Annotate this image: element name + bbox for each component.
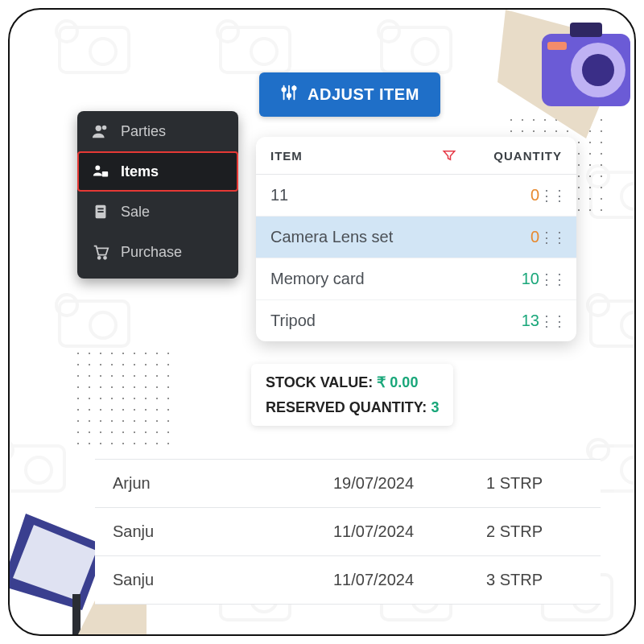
transaction-row[interactable]: Sanju11/07/20242 STRP (95, 508, 601, 556)
drag-handle-icon[interactable] (539, 312, 562, 330)
svg-rect-23 (97, 211, 103, 213)
drag-handle-icon[interactable] (539, 270, 562, 288)
cart-icon (92, 243, 109, 261)
txn-qty: 3 STRP (486, 571, 583, 589)
stock-value: ₹ 0.00 (377, 374, 418, 390)
svg-point-16 (292, 86, 295, 89)
svg-rect-5 (570, 23, 602, 37)
item-row[interactable]: Tripod13 (256, 300, 576, 341)
svg-rect-8 (72, 594, 80, 636)
item-name: Memory card (270, 270, 483, 288)
svg-point-18 (102, 126, 106, 130)
txn-name: Sanju (113, 522, 333, 541)
dot-grid (72, 348, 169, 444)
item-name: Camera Lens set (270, 228, 483, 246)
sidebar: Parties Items Sale Purchase (77, 111, 238, 279)
svg-rect-22 (97, 208, 103, 209)
svg-point-2 (571, 43, 625, 97)
item-row[interactable]: 110 (256, 175, 576, 217)
camera-decoration-icon (497, 8, 636, 147)
item-qty: 0 (483, 228, 539, 246)
drag-handle-icon[interactable] (539, 187, 562, 204)
item-qty: 0 (483, 186, 539, 204)
txn-qty: 2 STRP (486, 522, 583, 541)
items-header: ITEM QUANTITY (256, 137, 576, 175)
stock-summary: STOCK VALUE: ₹ 0.00 RESERVED QUANTITY: 3 (251, 364, 453, 426)
drag-handle-icon[interactable] (539, 229, 562, 246)
txn-date: 11/07/2024 (333, 522, 486, 541)
svg-marker-0 (497, 10, 626, 138)
svg-rect-1 (542, 34, 630, 106)
svg-point-19 (95, 165, 100, 170)
svg-marker-7 (13, 525, 97, 601)
reserved-qty-label: RESERVED QUANTITY: (266, 399, 427, 415)
svg-rect-4 (547, 42, 567, 50)
items-panel: ITEM QUANTITY 110Camera Lens set0Memory … (256, 137, 576, 341)
item-row[interactable]: Camera Lens set0 (256, 217, 576, 258)
txn-name: Sanju (113, 571, 333, 589)
filter-icon[interactable] (433, 148, 465, 163)
reserved-qty-value: 3 (431, 399, 439, 415)
sidebar-item-items[interactable]: Items (77, 151, 238, 192)
users-icon (92, 122, 109, 140)
sliders-icon (280, 84, 298, 105)
txn-name: Arjun (113, 474, 333, 493)
sidebar-item-label: Parties (121, 123, 166, 140)
column-header-item: ITEM (270, 149, 433, 163)
transaction-row[interactable]: Sanju11/07/20243 STRP (95, 556, 601, 605)
item-qty: 13 (483, 312, 539, 330)
item-name: Tripod (270, 312, 483, 330)
sidebar-item-purchase[interactable]: Purchase (77, 232, 238, 272)
txn-date: 11/07/2024 (333, 571, 486, 589)
adjust-item-label: ADJUST ITEM (308, 85, 419, 104)
svg-point-24 (98, 257, 101, 259)
svg-point-12 (282, 88, 285, 91)
package-icon (92, 163, 109, 180)
transaction-row[interactable]: Arjun19/07/20241 STRP (95, 459, 601, 508)
svg-point-17 (96, 126, 101, 131)
receipt-icon (92, 203, 109, 221)
txn-date: 19/07/2024 (333, 474, 486, 493)
svg-point-25 (104, 257, 106, 259)
app-card: ADJUST ITEM Parties Items Sale Purchase (8, 8, 636, 636)
item-qty: 10 (483, 270, 539, 288)
column-header-quantity: QUANTITY (465, 149, 562, 163)
txn-qty: 1 STRP (486, 474, 583, 493)
svg-point-14 (287, 93, 291, 97)
svg-point-3 (582, 54, 614, 86)
sidebar-item-parties[interactable]: Parties (77, 111, 238, 151)
item-row[interactable]: Memory card10 (256, 258, 576, 300)
sidebar-item-label: Sale (121, 204, 150, 221)
sidebar-item-label: Items (121, 163, 159, 180)
stock-value-label: STOCK VALUE: (266, 374, 373, 390)
adjust-item-button[interactable]: ADJUST ITEM (259, 72, 440, 117)
svg-marker-6 (8, 514, 106, 610)
sidebar-item-sale[interactable]: Sale (77, 192, 238, 232)
transactions-table: Arjun19/07/20241 STRPSanju11/07/20242 ST… (95, 459, 601, 605)
svg-rect-20 (102, 171, 108, 176)
item-name: 11 (270, 186, 483, 204)
sidebar-item-label: Purchase (121, 244, 182, 261)
